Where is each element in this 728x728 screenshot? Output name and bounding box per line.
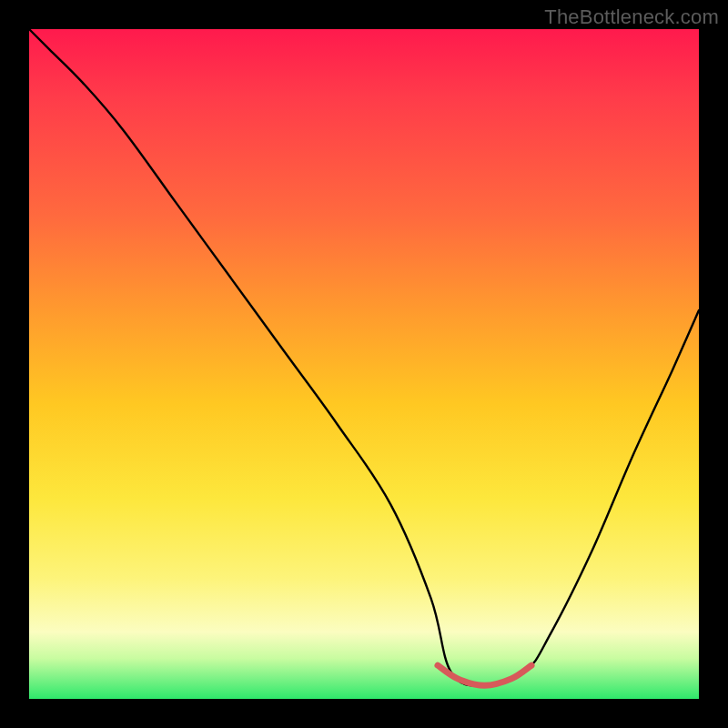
bottleneck-curve	[29, 29, 699, 685]
optimum-highlight	[438, 665, 531, 685]
curve-layer	[29, 29, 699, 699]
plot-area	[29, 29, 699, 699]
watermark-text: TheBottleneck.com	[544, 5, 719, 29]
chart-frame: TheBottleneck.com	[0, 0, 728, 728]
